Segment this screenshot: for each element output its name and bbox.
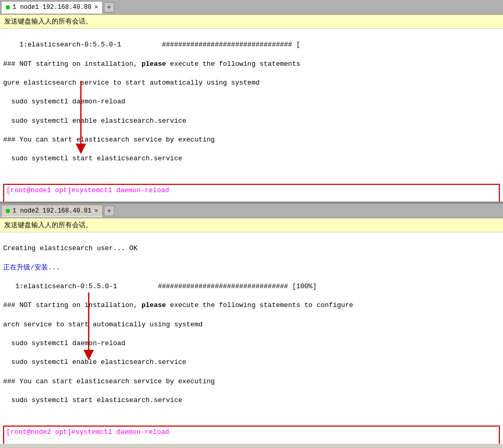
node2-tab-bar: 1 node2 192.168.40.81 × +: [0, 204, 503, 218]
node2-broadcast-text: 发送键盘输入人的所有会话。: [4, 221, 92, 229]
node2-status-dot: [6, 209, 10, 213]
node1-line-3: gure elasticsearch service to start auto…: [3, 78, 500, 88]
node2-line-1: Creating elasticsearch user... OK: [3, 244, 500, 253]
node2-pane: 1 node2 192.168.40.81 × + 发送键盘输入人的所有会话。 …: [0, 204, 503, 444]
node1-tab-label: 1 node1 192.168.40.80: [13, 4, 91, 11]
node2-tab-close[interactable]: ×: [94, 208, 98, 214]
node2-tab-label: 1 node2 192.168.40.81: [13, 207, 91, 215]
node1-line-6: ### You can start elasticsearch service …: [3, 135, 500, 145]
node1-tab-add[interactable]: +: [104, 2, 114, 13]
node2-broadcast-bar: 发送键盘输入人的所有会话。: [0, 218, 503, 232]
node2-line-6: sudo systemctl daemon-reload: [3, 339, 500, 348]
node2-line-9: sudo systemctl start elasticsearch.servi…: [3, 396, 500, 405]
node1-tab[interactable]: 1 node1 192.168.40.80 ×: [1, 1, 103, 14]
node1-line-5: sudo systemctl enable elasticsearch.serv…: [3, 116, 500, 126]
node1-status-dot: [6, 5, 10, 9]
node2-box-line-1: [root@node2 opt]#systemctl daemon-reload: [6, 428, 497, 437]
node1-broadcast-text: 发送键盘输入人的所有会话。: [4, 18, 92, 26]
node1-boxed-section: [root@node1 opt]#systemctl daemon-reload…: [3, 184, 500, 202]
node1-line-1: 1:elasticsearch-0:5.5.0-1 ##############…: [3, 40, 500, 50]
node1-tab-close[interactable]: ×: [94, 4, 98, 10]
node2-boxed-section: [root@node2 opt]#systemctl daemon-reload…: [3, 426, 500, 444]
node1-line-2: ### NOT starting on installation, please…: [3, 60, 500, 69]
node1-tab-bar: 1 node1 192.168.40.80 × +: [0, 0, 503, 15]
node2-line-4: ### NOT starting on installation, please…: [3, 301, 500, 310]
node1-terminal-content: 1:elasticsearch-0:5.5.0-1 ##############…: [0, 29, 503, 202]
node2-line-8: ### You can start elasticsearch service …: [3, 377, 500, 386]
node1-line-7: sudo systemctl start elasticsearch.servi…: [3, 154, 500, 163]
node1-line-4: sudo systemctl daemon-reload: [3, 97, 500, 107]
node2-tab[interactable]: 1 node2 192.168.40.81 ×: [1, 205, 103, 217]
node2-tab-add[interactable]: +: [104, 206, 114, 216]
node1-broadcast-bar: 发送键盘输入人的所有会话。: [0, 15, 503, 29]
node2-line-5: arch service to start automatically usin…: [3, 320, 500, 329]
node2-line-7: sudo systemctl enable elasticsearch.serv…: [3, 358, 500, 367]
node2-line-2: 正在升级/安装...: [3, 263, 500, 273]
node1-box-line-1: [root@node1 opt]#systemctl daemon-reload: [6, 186, 497, 195]
node2-line-3: 1:elasticsearch-0:5.5.0-1 ##############…: [3, 282, 500, 291]
node1-pane: 1 node1 192.168.40.80 × + 发送键盘输入人的所有会话。 …: [0, 0, 503, 204]
node2-terminal-content: Creating elasticsearch user... OK 正在升级/安…: [0, 232, 503, 444]
